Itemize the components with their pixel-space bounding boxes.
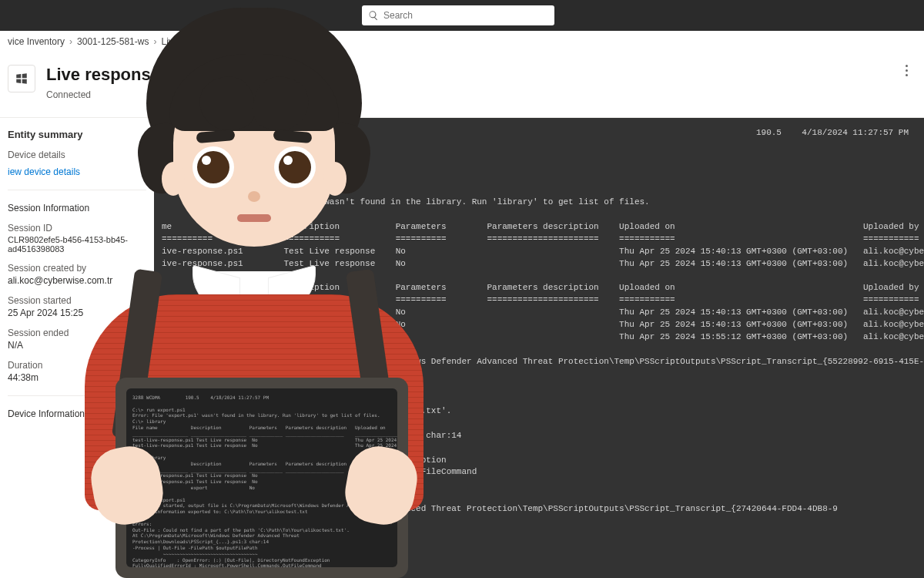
session-info-title: Session Information bbox=[8, 203, 146, 213]
started-label: Session started bbox=[8, 295, 146, 306]
more-actions-button[interactable] bbox=[898, 62, 915, 79]
crumb-2[interactable]: 3001-125-581-ws bbox=[77, 36, 149, 47]
created-by-label: Session created by bbox=[8, 263, 146, 274]
entity-summary-title: Entity summary bbox=[8, 129, 146, 140]
session-id-value: CLR9802efe5-b456-4153-bb45-ad4516398083 bbox=[8, 235, 146, 254]
live-response-console[interactable]: 190.5 4/18/2024 11:27:57 PM export.ps1' … bbox=[154, 118, 924, 578]
ended-label: Session ended bbox=[8, 328, 146, 338]
ended-value: N/A bbox=[8, 340, 146, 351]
chevron-right-icon: › bbox=[153, 36, 156, 47]
chevron-right-icon: › bbox=[69, 36, 72, 47]
connection-status: Connected bbox=[46, 89, 219, 100]
console-output: export.ps1' wasn't found in the library.… bbox=[162, 197, 916, 516]
crumb-3[interactable]: Live response on 30 bbox=[161, 36, 244, 47]
windows-icon bbox=[8, 65, 35, 92]
entity-sidebar: Entity summary Device details iew device… bbox=[0, 118, 154, 578]
device-details-label: Device details bbox=[8, 150, 146, 160]
breadcrumb: vice Inventory › 3001-125-581-ws › Live … bbox=[0, 31, 924, 52]
session-id-label: Session ID bbox=[8, 223, 146, 234]
created-by-value: ali.koc@cyberwise.com.tr bbox=[8, 275, 146, 286]
duration-label: Duration bbox=[8, 360, 146, 371]
page-header: Live response on 300 Connected bbox=[0, 52, 924, 118]
search-input[interactable] bbox=[383, 10, 548, 21]
console-topline: 190.5 4/18/2024 11:27:57 PM bbox=[756, 127, 909, 139]
view-device-details-link[interactable]: iew device details bbox=[8, 166, 146, 177]
duration-value: 44:38m bbox=[8, 372, 146, 383]
started-value: 25 Apr 2024 15:25 bbox=[8, 307, 146, 318]
top-bar bbox=[0, 0, 924, 31]
crumb-1[interactable]: vice Inventory bbox=[8, 36, 65, 47]
page-title: Live response on 300 bbox=[46, 65, 219, 85]
device-info-title: Device Information bbox=[8, 408, 146, 419]
search-icon bbox=[368, 10, 379, 21]
search-box[interactable] bbox=[362, 5, 554, 25]
